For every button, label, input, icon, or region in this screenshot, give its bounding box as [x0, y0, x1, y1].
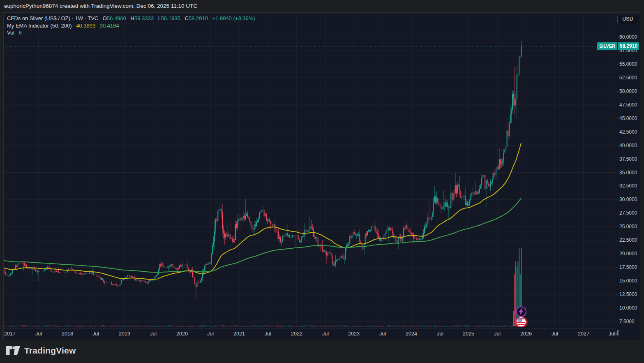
tradingview-logo[interactable]: TradingView	[6, 345, 76, 356]
time-tick-label: Jul	[546, 331, 564, 337]
time-tick-label: 2019	[115, 331, 134, 337]
high-label: H	[131, 15, 134, 21]
ema200-value: 30.4164	[100, 23, 119, 29]
time-axis[interactable]: 2017Jul2018Jul2019Jul2020Jul2021Jul2022J…	[4, 328, 616, 340]
price-tick-mark	[616, 91, 618, 92]
price-tick-mark	[616, 118, 618, 119]
price-tick-label: 20.0000	[619, 251, 640, 257]
price-tick-label: 25.0000	[619, 224, 640, 229]
price-tick-label: 40.0000	[619, 143, 640, 148]
price-tick-label: 50.0000	[619, 88, 640, 94]
time-tick-label: Jul	[488, 331, 506, 337]
volume-value: 6	[19, 30, 22, 36]
ema-indicator-row[interactable]: My EMA Indicator (50, 200) 40.3893 30.41…	[7, 22, 255, 30]
price-tick-label: 52.5000	[619, 75, 640, 81]
price-tick-mark	[616, 240, 618, 240]
price-tick-label: 22.5000	[619, 237, 640, 243]
volume-bars-down	[4, 274, 515, 326]
candle-bodies-down	[4, 94, 515, 287]
price-tick-mark	[616, 37, 618, 37]
price-tick-label: 47.5000	[619, 102, 640, 108]
ema-indicator-title: My EMA Indicator (50, 200)	[7, 23, 72, 29]
price-tick-label: 17.5000	[619, 264, 640, 270]
price-tick-label: 15.0000	[619, 278, 640, 284]
time-tick-label: Jul	[87, 331, 105, 337]
price-tick-mark	[616, 64, 618, 65]
price-tick-mark	[616, 308, 618, 308]
ema50-line	[4, 143, 521, 280]
time-tick-label: 2017	[1, 331, 19, 337]
current-price-label: SILVER 58.2910	[597, 42, 639, 50]
price-tick-mark	[616, 173, 618, 173]
price-tick-mark	[616, 267, 618, 268]
ema200-line	[4, 198, 521, 273]
time-tick-label: Jul	[30, 331, 48, 337]
price-tick-label: 7.5000	[619, 319, 640, 324]
high-value: 59.3333	[134, 15, 154, 21]
price-tick-mark	[616, 186, 618, 186]
price-tick-mark	[616, 78, 618, 78]
time-tick-label: Jul	[374, 331, 392, 337]
time-tick-label: 2024	[402, 331, 420, 337]
time-tick-label: 2023	[345, 331, 363, 337]
time-tick-label: Jul	[316, 331, 335, 337]
ema50-value: 40.3893	[76, 23, 95, 29]
open-value: 56.4960	[107, 15, 126, 21]
grid-lines	[4, 13, 616, 328]
price-tick-mark	[616, 321, 618, 322]
time-tick-label: 2025	[459, 331, 478, 337]
price-chart-svg	[4, 13, 616, 328]
time-tick-label: 2018	[58, 331, 76, 337]
time-tick-label: 2026	[517, 331, 535, 337]
price-tick-label: 27.5000	[619, 210, 640, 216]
volume-title: Vol	[7, 30, 14, 36]
price-tick-label: 42.5000	[619, 129, 640, 135]
price-tick-label: 55.0000	[619, 61, 640, 67]
volume-bars-icon[interactable]	[614, 330, 619, 335]
chart-plot-area[interactable]: CFDs on Silver (US$ / OZ) · 1W · TVC O56…	[4, 13, 616, 328]
candle-bodies-up	[4, 46, 521, 287]
price-tick-mark	[616, 132, 618, 132]
low-value: 56.1935	[161, 15, 180, 21]
volume-bars-up	[4, 248, 521, 326]
time-tick-label: 2022	[288, 331, 306, 337]
close-label: C	[185, 15, 188, 21]
price-label-symbol: SILVER	[597, 42, 617, 50]
change-value: +1.8940 (+3.36%)	[212, 15, 255, 21]
price-tick-label: 35.0000	[619, 170, 640, 176]
us-flag-icon[interactable]	[516, 317, 526, 327]
us-flag-glyph	[517, 317, 525, 326]
footer-bar: TradingView	[0, 340, 644, 363]
price-tick-label: 37.5000	[619, 156, 640, 162]
price-tick-mark	[616, 254, 618, 254]
low-label: L	[158, 15, 161, 21]
price-tick-mark	[616, 105, 618, 105]
price-tick-label: 10.0000	[619, 305, 640, 311]
attribution-text: euphoricPython96874 created with Trading…	[4, 3, 197, 9]
chart-pane: CFDs on Silver (US$ / OZ) · 1W · TVC O56…	[3, 12, 640, 340]
price-tick-mark	[616, 227, 618, 227]
time-tick-label: Jul	[431, 331, 449, 337]
price-tick-mark	[616, 199, 618, 200]
lightning-icon[interactable]	[516, 306, 526, 317]
symbol-legend-row[interactable]: CFDs on Silver (US$ / OZ) · 1W · TVC O56…	[7, 15, 255, 22]
volume-legend-row[interactable]: Vol 6	[7, 29, 255, 37]
price-tick-mark	[616, 294, 618, 295]
price-tick-label: 45.0000	[619, 116, 640, 121]
price-tick-mark	[616, 51, 618, 51]
price-tick-label: 32.5000	[619, 183, 640, 189]
time-tick-label: 2021	[230, 331, 248, 337]
time-tick-label: Jul	[259, 331, 277, 337]
currency-button[interactable]: USD	[617, 14, 638, 24]
price-tick-label: 60.0000	[619, 34, 640, 40]
price-label-value: 58.2910	[618, 42, 639, 50]
price-scale[interactable]: USD 60.000057.500055.000052.500050.00004…	[616, 13, 640, 340]
price-tick-mark	[616, 213, 618, 213]
open-label: O	[103, 15, 107, 21]
lightning-bolt-glyph	[518, 308, 524, 315]
candle-wicks-down	[4, 67, 515, 299]
chart-legend: CFDs on Silver (US$ / OZ) · 1W · TVC O56…	[7, 15, 255, 37]
attribution-bar: euphoricPython96874 created with Trading…	[0, 0, 644, 12]
close-value: 58.2910	[189, 15, 208, 21]
price-tick-label: 12.5000	[619, 291, 640, 297]
